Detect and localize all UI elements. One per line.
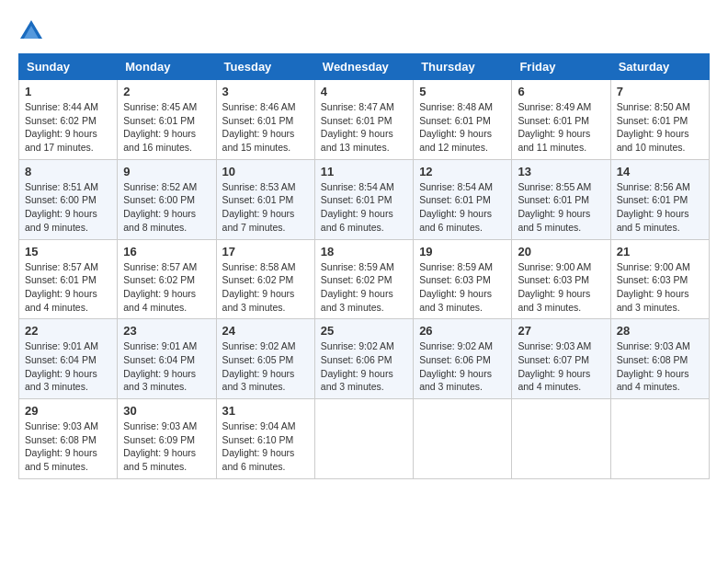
day-info: Sunrise: 8:55 AMSunset: 6:01 PMDaylight:… (518, 180, 604, 235)
calendar-header-saturday: Saturday (610, 54, 709, 80)
day-number: 22 (25, 324, 111, 338)
calendar-header-wednesday: Wednesday (314, 54, 413, 80)
day-number: 25 (321, 324, 407, 338)
day-number: 3 (222, 85, 309, 98)
calendar-week-row: 1Sunrise: 8:44 AMSunset: 6:02 PMDaylight… (19, 80, 710, 160)
day-info: Sunrise: 8:48 AMSunset: 6:01 PMDaylight:… (419, 100, 506, 155)
day-info: Sunrise: 9:01 AMSunset: 6:04 PMDaylight:… (25, 339, 111, 394)
calendar-week-row: 22Sunrise: 9:01 AMSunset: 6:04 PMDayligh… (19, 319, 710, 399)
calendar-cell: 18Sunrise: 8:59 AMSunset: 6:02 PMDayligh… (314, 239, 413, 319)
calendar-cell: 26Sunrise: 9:02 AMSunset: 6:06 PMDayligh… (414, 319, 512, 399)
calendar-cell: 24Sunrise: 9:02 AMSunset: 6:05 PMDayligh… (216, 319, 314, 399)
calendar-cell: 11Sunrise: 8:54 AMSunset: 6:01 PMDayligh… (314, 159, 413, 239)
day-number: 18 (321, 245, 407, 259)
day-number: 12 (419, 165, 506, 178)
day-info: Sunrise: 8:59 AMSunset: 6:02 PMDaylight:… (321, 260, 407, 315)
calendar-cell (512, 399, 610, 479)
day-info: Sunrise: 9:02 AMSunset: 6:06 PMDaylight:… (321, 339, 407, 394)
day-number: 15 (25, 245, 111, 259)
calendar-cell: 30Sunrise: 9:03 AMSunset: 6:09 PMDayligh… (118, 399, 216, 479)
day-number: 23 (123, 324, 210, 338)
day-info: Sunrise: 8:54 AMSunset: 6:01 PMDaylight:… (321, 180, 407, 235)
calendar-cell: 10Sunrise: 8:53 AMSunset: 6:01 PMDayligh… (216, 159, 314, 239)
day-info: Sunrise: 9:01 AMSunset: 6:04 PMDaylight:… (123, 339, 210, 394)
day-number: 30 (123, 404, 210, 418)
calendar-cell: 7Sunrise: 8:50 AMSunset: 6:01 PMDaylight… (610, 80, 709, 160)
day-number: 16 (123, 245, 210, 259)
day-info: Sunrise: 9:03 AMSunset: 6:08 PMDaylight:… (25, 419, 111, 474)
day-info: Sunrise: 8:58 AMSunset: 6:02 PMDaylight:… (222, 260, 309, 315)
calendar-cell: 13Sunrise: 8:55 AMSunset: 6:01 PMDayligh… (512, 159, 610, 239)
calendar-cell: 16Sunrise: 8:57 AMSunset: 6:02 PMDayligh… (118, 239, 216, 319)
day-info: Sunrise: 9:02 AMSunset: 6:05 PMDaylight:… (222, 339, 309, 394)
day-number: 31 (222, 404, 309, 418)
calendar-cell: 5Sunrise: 8:48 AMSunset: 6:01 PMDaylight… (414, 80, 512, 160)
calendar-cell: 1Sunrise: 8:44 AMSunset: 6:02 PMDaylight… (19, 80, 118, 160)
day-number: 7 (617, 85, 703, 98)
day-number: 14 (617, 165, 703, 178)
calendar-cell: 4Sunrise: 8:47 AMSunset: 6:01 PMDaylight… (314, 80, 413, 160)
day-info: Sunrise: 8:45 AMSunset: 6:01 PMDaylight:… (123, 100, 210, 155)
day-info: Sunrise: 9:03 AMSunset: 6:08 PMDaylight:… (617, 339, 703, 394)
calendar-cell: 15Sunrise: 8:57 AMSunset: 6:01 PMDayligh… (19, 239, 118, 319)
logo-icon (18, 18, 44, 44)
day-number: 6 (518, 85, 604, 98)
calendar-cell: 23Sunrise: 9:01 AMSunset: 6:04 PMDayligh… (118, 319, 216, 399)
calendar-cell: 3Sunrise: 8:46 AMSunset: 6:01 PMDaylight… (216, 80, 314, 160)
day-number: 1 (25, 85, 111, 98)
day-number: 28 (617, 324, 703, 338)
calendar-cell: 8Sunrise: 8:51 AMSunset: 6:00 PMDaylight… (19, 159, 118, 239)
calendar-cell: 25Sunrise: 9:02 AMSunset: 6:06 PMDayligh… (314, 319, 413, 399)
calendar-cell: 21Sunrise: 9:00 AMSunset: 6:03 PMDayligh… (610, 239, 709, 319)
calendar-header-thursday: Thursday (414, 54, 512, 80)
calendar-header-monday: Monday (118, 54, 216, 80)
calendar-week-row: 29Sunrise: 9:03 AMSunset: 6:08 PMDayligh… (19, 399, 710, 479)
day-number: 2 (123, 85, 210, 98)
day-number: 21 (617, 245, 703, 259)
day-info: Sunrise: 8:56 AMSunset: 6:01 PMDaylight:… (617, 180, 703, 235)
calendar-cell (314, 399, 413, 479)
day-info: Sunrise: 8:53 AMSunset: 6:01 PMDaylight:… (222, 180, 309, 235)
calendar-cell: 14Sunrise: 8:56 AMSunset: 6:01 PMDayligh… (610, 159, 709, 239)
calendar-cell: 6Sunrise: 8:49 AMSunset: 6:01 PMDaylight… (512, 80, 610, 160)
calendar-cell: 29Sunrise: 9:03 AMSunset: 6:08 PMDayligh… (19, 399, 118, 479)
calendar-cell: 28Sunrise: 9:03 AMSunset: 6:08 PMDayligh… (610, 319, 709, 399)
day-info: Sunrise: 8:51 AMSunset: 6:00 PMDaylight:… (25, 180, 111, 235)
calendar-cell: 20Sunrise: 9:00 AMSunset: 6:03 PMDayligh… (512, 239, 610, 319)
day-number: 26 (419, 324, 506, 338)
calendar-cell (414, 399, 512, 479)
day-info: Sunrise: 8:49 AMSunset: 6:01 PMDaylight:… (518, 100, 604, 155)
calendar-week-row: 8Sunrise: 8:51 AMSunset: 6:00 PMDaylight… (19, 159, 710, 239)
calendar-table: SundayMondayTuesdayWednesdayThursdayFrid… (18, 53, 710, 479)
day-info: Sunrise: 8:44 AMSunset: 6:02 PMDaylight:… (25, 100, 111, 155)
calendar-cell: 17Sunrise: 8:58 AMSunset: 6:02 PMDayligh… (216, 239, 314, 319)
day-number: 13 (518, 165, 604, 178)
calendar-cell: 2Sunrise: 8:45 AMSunset: 6:01 PMDaylight… (118, 80, 216, 160)
page-header (18, 18, 710, 44)
day-number: 11 (321, 165, 407, 178)
calendar-cell: 31Sunrise: 9:04 AMSunset: 6:10 PMDayligh… (216, 399, 314, 479)
day-number: 29 (25, 404, 111, 418)
calendar-week-row: 15Sunrise: 8:57 AMSunset: 6:01 PMDayligh… (19, 239, 710, 319)
day-info: Sunrise: 8:59 AMSunset: 6:03 PMDaylight:… (419, 260, 506, 315)
day-info: Sunrise: 9:02 AMSunset: 6:06 PMDaylight:… (419, 339, 506, 394)
calendar-header-row: SundayMondayTuesdayWednesdayThursdayFrid… (19, 54, 710, 80)
day-number: 10 (222, 165, 309, 178)
day-number: 17 (222, 245, 309, 259)
day-number: 19 (419, 245, 506, 259)
day-info: Sunrise: 8:54 AMSunset: 6:01 PMDaylight:… (419, 180, 506, 235)
day-number: 27 (518, 324, 604, 338)
day-number: 9 (123, 165, 210, 178)
calendar-cell: 12Sunrise: 8:54 AMSunset: 6:01 PMDayligh… (414, 159, 512, 239)
calendar-cell: 9Sunrise: 8:52 AMSunset: 6:00 PMDaylight… (118, 159, 216, 239)
calendar-header-friday: Friday (512, 54, 610, 80)
day-info: Sunrise: 9:03 AMSunset: 6:07 PMDaylight:… (518, 339, 604, 394)
day-number: 4 (321, 85, 407, 98)
calendar-header-tuesday: Tuesday (216, 54, 314, 80)
day-number: 5 (419, 85, 506, 98)
day-number: 8 (25, 165, 111, 178)
day-info: Sunrise: 9:00 AMSunset: 6:03 PMDaylight:… (518, 260, 604, 315)
logo (18, 18, 48, 44)
calendar-cell: 19Sunrise: 8:59 AMSunset: 6:03 PMDayligh… (414, 239, 512, 319)
calendar-cell: 27Sunrise: 9:03 AMSunset: 6:07 PMDayligh… (512, 319, 610, 399)
